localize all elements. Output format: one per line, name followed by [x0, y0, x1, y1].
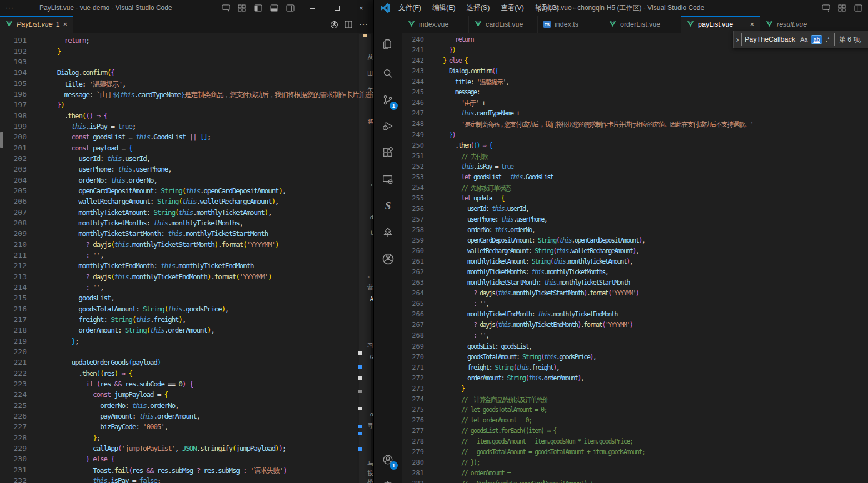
- code-line[interactable]: 276// let orderAmount = 0;: [402, 416, 868, 427]
- line-number[interactable]: 267: [404, 321, 424, 329]
- line-number[interactable]: 266: [404, 310, 424, 318]
- line-number[interactable]: 245: [404, 88, 424, 96]
- code-line[interactable]: 271freight: String(this.freight),: [402, 364, 868, 374]
- code-line[interactable]: 217freight: String(this.freight),: [0, 315, 373, 326]
- line-number[interactable]: 256: [404, 205, 424, 213]
- line-number[interactable]: 254: [404, 184, 424, 192]
- line-number[interactable]: 225: [0, 401, 27, 410]
- line-number[interactable]: 271: [404, 364, 424, 371]
- menu-v[interactable]: 查看(V): [496, 2, 529, 14]
- close-window-button[interactable]: ×: [349, 4, 373, 12]
- code-line[interactable]: 261monthlyTicketAmount: String(this.mont…: [402, 258, 868, 268]
- layout-grid-icon[interactable]: [238, 4, 246, 12]
- menu-e[interactable]: 编辑(E): [427, 2, 461, 14]
- line-number[interactable]: 195: [0, 79, 27, 88]
- screencast-icon[interactable]: [822, 4, 830, 12]
- line-number[interactable]: 281: [404, 469, 424, 477]
- code-line[interactable]: 275// let goodsTotalAmount = 0;: [402, 406, 868, 416]
- line-number[interactable]: 210: [0, 240, 27, 249]
- line-number[interactable]: 250: [404, 142, 424, 149]
- code-line[interactable]: 260walletRechargeAmount: String(this.wal…: [402, 247, 868, 258]
- line-number[interactable]: 275: [404, 406, 424, 414]
- code-line[interactable]: 232this.isPay = false;: [0, 476, 373, 483]
- code-line[interactable]: 256userId: this.userId,: [402, 205, 868, 215]
- line-number[interactable]: 199: [0, 122, 27, 130]
- line-number[interactable]: 257: [404, 215, 424, 223]
- code-line[interactable]: 228};: [0, 434, 373, 444]
- whole-word-toggle[interactable]: ab: [811, 35, 822, 44]
- line-number[interactable]: 252: [404, 163, 424, 170]
- line-number[interactable]: 263: [404, 279, 424, 286]
- code-line[interactable]: 195title: '温馨提示',: [0, 79, 373, 90]
- search-icon[interactable]: [379, 64, 397, 82]
- more-actions-icon[interactable]: ···: [359, 19, 368, 29]
- code-line[interactable]: 210? dayjs(this.monthlyTicketStartMonth)…: [0, 240, 373, 251]
- code-line[interactable]: 208monthlyTicketMonths: this.monthlyTick…: [0, 219, 373, 229]
- code-line[interactable]: 269goodsList: goodsList,: [402, 343, 868, 353]
- code-line[interactable]: 226payAmount: this.orderAmount,: [0, 412, 373, 422]
- extensions-icon[interactable]: [379, 144, 397, 162]
- layout-grid-icon[interactable]: [838, 4, 846, 12]
- line-number[interactable]: 223: [0, 380, 27, 388]
- line-number[interactable]: 206: [0, 197, 27, 205]
- line-number[interactable]: 244: [404, 78, 424, 85]
- line-number[interactable]: 241: [404, 46, 424, 54]
- line-number[interactable]: 218: [0, 326, 27, 334]
- line-number[interactable]: 194: [0, 68, 27, 77]
- find-query-text[interactable]: PayTheCallback: [745, 36, 797, 43]
- code-line[interactable]: 219};: [0, 337, 373, 348]
- code-line[interactable]: 257userPhone: this.userPhone,: [402, 215, 868, 226]
- toggle-secondary-sidebar-icon[interactable]: [286, 4, 295, 12]
- line-number[interactable]: 215: [0, 294, 27, 302]
- code-line[interactable]: 205openCardDepositAmount: String(this.op…: [0, 187, 373, 197]
- code-line[interactable]: 197}): [0, 100, 373, 111]
- tab-index-vue[interactable]: index.vue: [402, 16, 469, 33]
- code-line[interactable]: 264? dayjs(this.monthlyTicketStartMonth)…: [402, 289, 868, 300]
- minimize-button[interactable]: [300, 4, 325, 12]
- line-number[interactable]: 249: [404, 131, 424, 139]
- code-line[interactable]: 203userPhone: this.userPhone,: [0, 165, 373, 175]
- line-number[interactable]: 248: [404, 120, 424, 128]
- source-control-icon[interactable]: 1: [379, 91, 397, 109]
- code-line[interactable]: 278// item.goodsAmount = item.goodsNum *…: [402, 437, 868, 448]
- line-number[interactable]: 198: [0, 112, 27, 120]
- code-line[interactable]: 225orderNo: this.orderNo,: [0, 401, 373, 412]
- tab-paylist-vue[interactable]: PayList.vue 1 ×: [0, 16, 73, 33]
- code-line[interactable]: 280// });: [402, 459, 868, 469]
- code-line[interactable]: 266monthlyTicketEndMonth: this.monthlyTi…: [402, 310, 868, 321]
- line-number[interactable]: 213: [0, 273, 27, 281]
- code-line[interactable]: 253let goodsList = this.GoodsList: [402, 173, 868, 184]
- line-number[interactable]: 259: [404, 237, 424, 244]
- right-editor[interactable]: 239}).then(() ⇒ {240return241})242} else…: [402, 33, 868, 483]
- menu-s[interactable]: 选择(S): [462, 2, 495, 14]
- openai-icon[interactable]: [379, 250, 397, 268]
- line-number[interactable]: 276: [404, 416, 424, 424]
- code-line[interactable]: 282// Number(updata.openCardDepositAmoun…: [402, 480, 868, 483]
- code-line[interactable]: 249}): [402, 131, 868, 142]
- line-number[interactable]: 246: [404, 99, 424, 107]
- toggle-panel-icon[interactable]: [270, 4, 278, 12]
- line-number[interactable]: 262: [404, 268, 424, 276]
- code-line[interactable]: 246'由于' +: [402, 99, 868, 109]
- code-line[interactable]: 193: [0, 58, 373, 68]
- code-line[interactable]: 277// goodsList.forEach((item) ⇒ {: [402, 427, 868, 437]
- line-number[interactable]: 274: [404, 395, 424, 403]
- line-number[interactable]: 273: [404, 385, 424, 393]
- left-editor[interactable]: 190});191return;192}193194Dialog.confirm…: [0, 34, 373, 483]
- line-number[interactable]: 221: [0, 358, 27, 366]
- tab-cardList-vue[interactable]: cardList.vue: [469, 16, 538, 33]
- code-line[interactable]: 198.then(() ⇒ {: [0, 112, 373, 122]
- code-line[interactable]: 201const payload = {: [0, 144, 373, 154]
- line-number[interactable]: 228: [0, 434, 27, 442]
- line-number[interactable]: 227: [0, 422, 27, 431]
- code-line[interactable]: 250.then(() ⇒ {: [402, 142, 868, 152]
- line-number[interactable]: 261: [404, 258, 424, 265]
- code-line[interactable]: 192}: [0, 47, 373, 58]
- code-line[interactable]: 272orderAmount: String(this.orderAmount)…: [402, 374, 868, 385]
- line-number[interactable]: 224: [0, 390, 27, 399]
- line-number[interactable]: 279: [404, 448, 424, 456]
- code-line[interactable]: 243Dialog.confirm({: [402, 67, 868, 78]
- code-line[interactable]: 247this.cardTypeName +: [402, 109, 868, 120]
- code-line[interactable]: 262monthlyTicketMonths: this.monthlyTick…: [402, 268, 868, 279]
- line-number[interactable]: 220: [0, 348, 27, 356]
